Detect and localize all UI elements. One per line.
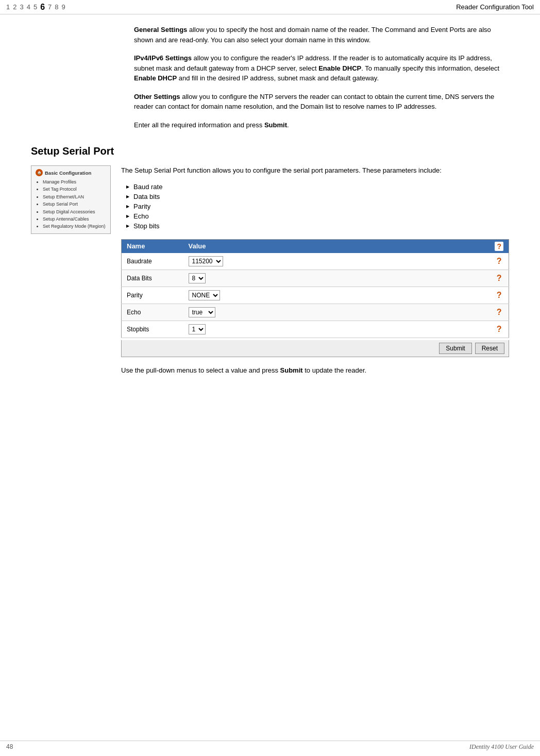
parity-select[interactable]: NONE ODD EVEN (189, 290, 220, 300)
other-settings-label: Other Settings (134, 93, 180, 100)
help-icon-parity[interactable]: ? (497, 291, 502, 299)
sidebar-item-set-tag-protocol: Set Tag Protocol (43, 186, 106, 193)
row-help-databits[interactable]: ? (490, 270, 509, 287)
footer-title: IDentity 4100 User Guide (469, 743, 534, 751)
sidebar-item-setup-digital: Setup Digital Accessories (43, 208, 106, 215)
other-settings-text: allow you to configure the NTP servers t… (134, 93, 494, 111)
section-right: The Setup Serial Port function allows yo… (121, 165, 509, 375)
row-help-parity[interactable]: ? (490, 287, 509, 304)
general-settings-text: allow you to specify the host and domain… (134, 26, 491, 44)
intro-section: General Settings allow you to specify th… (134, 25, 509, 130)
page-footer: 48 IDentity 4100 User Guide (0, 741, 540, 751)
row-name-echo: Echo (122, 304, 183, 321)
sidebar-thumb-list: Manage Profiles Set Tag Protocol Setup E… (36, 178, 106, 230)
submit-para: Enter all the required information and p… (134, 120, 509, 130)
databits-select[interactable]: 7 8 (189, 273, 206, 283)
sidebar-item-setup-serial-port: Setup Serial Port (43, 200, 106, 208)
ipv4-para: IPv4/IPv6 Settings allow you to configur… (134, 53, 509, 83)
nav-5[interactable]: 5 (33, 3, 37, 11)
submit-text: Enter all the required information and p… (134, 121, 264, 129)
table-body: Baudrate 9600 19200 38400 57600 115200 (122, 253, 509, 338)
table-row: Stopbits 1 2 ? (122, 321, 509, 338)
help-icon-databits[interactable]: ? (497, 274, 502, 282)
table-header: Name Value ? (122, 239, 509, 253)
row-value-parity[interactable]: NONE ODD EVEN (183, 287, 490, 304)
bullet-data-bits: Data bits (126, 193, 509, 200)
other-settings-para: Other Settings allow you to configure th… (134, 92, 509, 112)
help-icon-echo[interactable]: ? (497, 308, 502, 316)
row-value-baudrate[interactable]: 9600 19200 38400 57600 115200 (183, 253, 490, 270)
row-help-echo[interactable]: ? (490, 304, 509, 321)
section-description: The Setup Serial Port function allows yo… (121, 165, 509, 176)
table-row: Data Bits 7 8 ? (122, 270, 509, 287)
use-text: Use the pull-down menus to select a valu… (121, 366, 280, 374)
bullet-parity: Parity (126, 203, 509, 210)
row-help-stopbits[interactable]: ? (490, 321, 509, 338)
footer-identity: IDentity 4100 User Guide (469, 743, 534, 750)
nav-2[interactable]: 2 (13, 3, 16, 11)
section-body: 🏠 Basic Configuration Manage Profiles Se… (31, 165, 509, 375)
sidebar-thumb-title: Basic Configuration (45, 170, 91, 176)
table-row: Baudrate 9600 19200 38400 57600 115200 (122, 253, 509, 270)
config-table: Name Value ? Baudrate 9600 (121, 239, 509, 338)
use-bold: Submit (280, 366, 303, 374)
general-settings-label: General Settings (134, 26, 187, 33)
col-header-help: ? (490, 239, 509, 253)
nav-current: 6 (40, 3, 45, 12)
submit-bold: Submit (264, 121, 287, 129)
table-row: Parity NONE ODD EVEN ? (122, 287, 509, 304)
table-row: Echo true false ? (122, 304, 509, 321)
bullet-stop-bits: Stop bits (126, 222, 509, 230)
ipv4-text2: . To manually specify this information, … (361, 64, 499, 72)
row-name-databits: Data Bits (122, 270, 183, 287)
bullet-list: Baud rate Data bits Parity Echo Stop bit… (121, 183, 509, 230)
col-header-value: Value (183, 239, 490, 253)
page-header: 1 2 3 4 5 6 7 8 9 Reader Configuration T… (0, 0, 540, 14)
use-section: Use the pull-down menus to select a valu… (121, 365, 509, 376)
row-name-parity: Parity (122, 287, 183, 304)
ipv4-text3: and fill in the desired IP address, subn… (177, 74, 379, 82)
help-icon-stopbits[interactable]: ? (497, 325, 502, 333)
main-content: General Settings allow you to specify th… (0, 14, 540, 396)
bullet-echo: Echo (126, 212, 509, 220)
baudrate-select[interactable]: 9600 19200 38400 57600 115200 (189, 256, 223, 266)
sidebar-thumbnail: 🏠 Basic Configuration Manage Profiles Se… (31, 165, 111, 234)
row-name-baudrate: Baudrate (122, 253, 183, 270)
sidebar-item-setup-antenna: Setup Antenna/Cables (43, 215, 106, 223)
nav-9[interactable]: 9 (62, 3, 65, 11)
nav-7[interactable]: 7 (48, 3, 52, 11)
use-end: to update the reader. (303, 366, 367, 374)
sidebar-thumb-icon: 🏠 (36, 169, 43, 176)
row-value-stopbits[interactable]: 1 2 (183, 321, 490, 338)
sidebar-item-set-regulatory: Set Regulatory Mode (Region) (43, 223, 106, 230)
nav-8[interactable]: 8 (55, 3, 58, 11)
stopbits-select[interactable]: 1 2 (189, 324, 206, 334)
sidebar-thumb-header: 🏠 Basic Configuration (36, 169, 106, 176)
nav-1[interactable]: 1 (6, 3, 10, 11)
row-name-stopbits: Stopbits (122, 321, 183, 338)
sidebar-item-setup-ethernet: Setup Ethernet/LAN (43, 193, 106, 200)
row-value-databits[interactable]: 7 8 (183, 270, 490, 287)
ipv4-label: IPv4/IPv6 Settings (134, 54, 192, 62)
section-title: Setup Serial Port (31, 145, 509, 157)
echo-select[interactable]: true false (189, 307, 215, 317)
row-help-baudrate[interactable]: ? (490, 253, 509, 270)
row-value-echo[interactable]: true false (183, 304, 490, 321)
enable-dhcp-1: Enable DHCP (318, 64, 361, 72)
nav-4[interactable]: 4 (27, 3, 30, 11)
nav-bar: 1 2 3 4 5 6 7 8 9 (6, 3, 65, 12)
page-number: 48 (6, 743, 13, 751)
table-footer: Submit Reset (121, 340, 509, 357)
submit-button[interactable]: Submit (439, 343, 471, 354)
app-title: Reader Configuration Tool (456, 3, 534, 11)
bullet-baud-rate: Baud rate (126, 183, 509, 191)
enable-dhcp-2: Enable DHCP (134, 74, 177, 82)
submit-end: . (287, 121, 289, 129)
reset-button[interactable]: Reset (475, 343, 504, 354)
col-header-name: Name (122, 239, 183, 253)
general-settings-para: General Settings allow you to specify th… (134, 25, 509, 45)
sidebar-item-manage-profiles: Manage Profiles (43, 178, 106, 186)
nav-3[interactable]: 3 (20, 3, 23, 11)
help-icon-baudrate[interactable]: ? (497, 257, 502, 265)
